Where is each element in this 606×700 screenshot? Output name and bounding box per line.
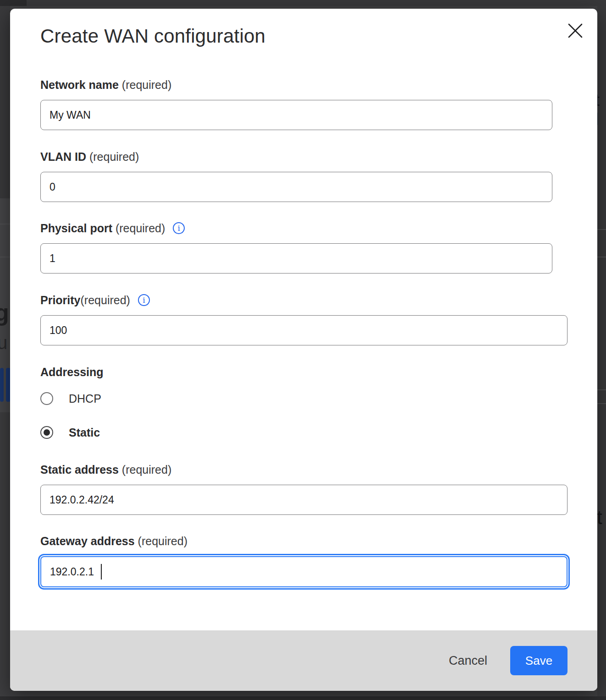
background-table-line	[597, 229, 606, 230]
required-hint: (required)	[86, 150, 139, 164]
radio-static-label: Static	[69, 426, 100, 439]
field-label: Priority(required) i	[40, 293, 567, 307]
label-text: Static address	[40, 463, 119, 476]
physical-port-input[interactable]	[40, 243, 552, 273]
addressing-heading: Addressing	[40, 365, 104, 379]
label-text: Priority	[40, 294, 81, 307]
required-hint: (required)	[135, 535, 187, 548]
field-gateway-address: Gateway address (required)	[40, 534, 567, 587]
field-physical-port: Physical port (required) i	[40, 221, 552, 273]
priority-input[interactable]	[40, 315, 567, 345]
background-table-line	[597, 403, 606, 404]
background-page-left-edge-bottom	[0, 412, 10, 700]
background-bottom-band	[0, 696, 606, 700]
background-text-fragment: u	[0, 333, 7, 353]
background-page-topbar-left	[0, 0, 27, 6]
background-blue-button-fragment	[0, 368, 4, 402]
network-name-input[interactable]	[40, 100, 552, 130]
radio-option-dhcp[interactable]: DHCP	[40, 392, 104, 405]
label-text: Network name	[40, 78, 119, 92]
background-table-line	[0, 257, 10, 257]
save-button[interactable]: Save	[510, 646, 567, 675]
field-static-address: Static address (required)	[40, 463, 567, 515]
field-network-name: Network name (required)	[40, 78, 552, 130]
dialog-title: Create WAN configuration	[40, 25, 265, 47]
field-label: Network name (required)	[40, 78, 552, 92]
cancel-button[interactable]: Cancel	[448, 650, 488, 672]
background-table-line	[597, 257, 606, 257]
vlan-id-input[interactable]	[40, 172, 552, 202]
background-page-topbar	[0, 0, 606, 6]
radio-option-static[interactable]: Static	[40, 426, 104, 439]
field-label: VLAN ID (required)	[40, 150, 552, 164]
gateway-address-input[interactable]	[40, 556, 567, 587]
background-table-line	[597, 389, 606, 390]
static-address-input[interactable]	[40, 485, 567, 515]
label-text: VLAN ID	[40, 150, 86, 164]
close-icon	[567, 22, 584, 39]
field-label: Static address (required)	[40, 463, 567, 476]
addressing-group: Addressing DHCP Static	[40, 365, 104, 439]
required-hint: (required)	[119, 463, 171, 476]
background-table-line	[0, 224, 10, 224]
info-icon[interactable]: i	[138, 294, 150, 306]
close-button[interactable]	[565, 21, 585, 41]
required-hint: (required)	[81, 294, 130, 307]
background-text-fragment: t	[597, 507, 602, 529]
radio-static-icon[interactable]	[40, 426, 53, 439]
dialog-footer: Cancel Save	[10, 630, 597, 691]
required-hint: (required)	[112, 222, 165, 235]
field-priority: Priority(required) i	[40, 293, 567, 345]
field-vlan-id: VLAN ID (required)	[40, 150, 552, 202]
background-page-left-edge-top	[0, 6, 10, 198]
create-wan-dialog: Create WAN configuration Network name (r…	[10, 9, 597, 691]
gateway-input-wrapper	[40, 556, 567, 587]
field-label: Gateway address (required)	[40, 534, 567, 548]
label-text: Gateway address	[40, 535, 135, 548]
radio-dhcp-icon[interactable]	[40, 392, 53, 405]
info-icon[interactable]: i	[173, 222, 185, 234]
field-label: Physical port (required) i	[40, 221, 552, 235]
radio-dhcp-label: DHCP	[69, 392, 101, 405]
label-text: Physical port	[40, 222, 112, 235]
required-hint: (required)	[119, 78, 171, 92]
text-cursor	[101, 564, 102, 580]
background-text-fragment: g	[0, 299, 9, 326]
